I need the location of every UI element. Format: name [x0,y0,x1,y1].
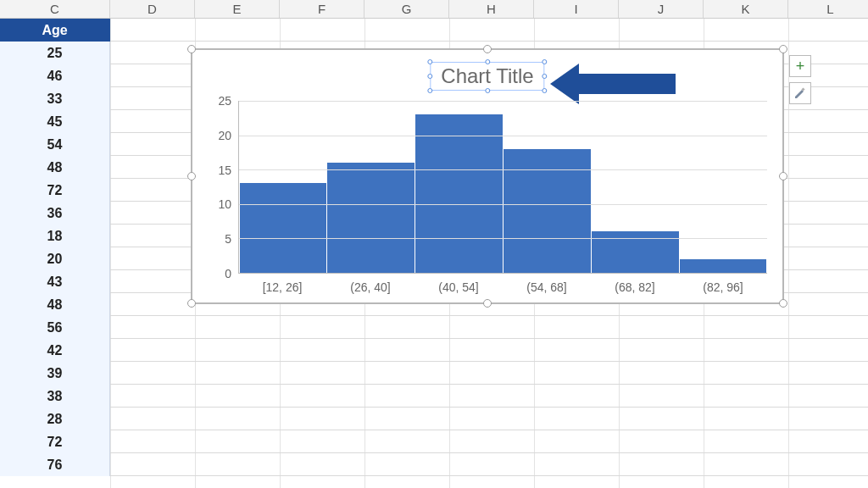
column-header-row: C D E F G H I J K L [0,0,868,19]
column-header-H[interactable]: H [449,0,534,18]
chart-title[interactable]: Chart Title [430,62,544,91]
column-header-K[interactable]: K [704,0,788,18]
column-header-D[interactable]: D [110,0,195,18]
data-cell[interactable]: 39 [0,362,110,385]
histogram-bar[interactable] [327,163,415,273]
column-header-I[interactable]: I [534,0,619,18]
title-handle[interactable] [427,74,432,79]
data-cell[interactable]: 33 [0,87,110,110]
histogram-bar[interactable] [240,183,327,273]
spreadsheet-grid[interactable]: Age2546334554487236182043485642393828727… [0,19,868,488]
y-tick-label: 25 [211,94,231,108]
column-header-C[interactable]: C [0,0,110,18]
histogram-bars[interactable] [239,101,767,273]
resize-handle[interactable] [779,299,787,308]
data-cell[interactable]: 25 [0,42,110,64]
title-handle[interactable] [485,88,490,93]
y-tick-label: 15 [211,164,231,177]
column-header-F[interactable]: F [280,0,364,18]
data-cell[interactable]: 45 [0,110,110,133]
data-cell[interactable]: 18 [0,225,110,247]
title-handle[interactable] [485,59,490,64]
x-tick-label: (68, 82] [591,280,679,294]
resize-handle[interactable] [483,299,492,308]
data-cell[interactable]: 48 [0,156,110,179]
y-tick-label: 5 [211,232,231,246]
data-cell[interactable]: 38 [0,385,110,408]
y-tick-label: 20 [211,129,231,142]
data-cell[interactable]: 56 [0,316,110,339]
data-cell[interactable]: 76 [0,453,110,476]
data-cell[interactable]: 54 [0,133,110,156]
column-header-E[interactable]: E [195,0,280,18]
chart-title-text[interactable]: Chart Title [441,64,533,87]
resize-handle[interactable] [779,45,787,53]
x-tick-label: (54, 68] [503,280,591,294]
title-handle[interactable] [427,88,432,93]
data-cell[interactable]: 20 [0,247,110,270]
x-tick-label: (82, 96] [679,280,767,294]
histogram-bar[interactable] [680,259,767,273]
data-cell[interactable]: 72 [0,179,110,202]
title-handle[interactable] [542,59,548,64]
column-header-G[interactable]: G [364,0,449,18]
data-cell[interactable]: 46 [0,64,110,87]
plot-inner [238,101,767,274]
x-tick-label: [12, 26] [238,280,326,294]
histogram-bar[interactable] [415,114,503,273]
y-tick-label: 0 [211,267,231,280]
plus-icon: + [796,58,805,75]
resize-handle[interactable] [187,299,196,308]
y-tick-label: 10 [211,197,231,211]
title-handle[interactable] [542,74,548,79]
resize-handle[interactable] [187,172,196,180]
data-cell[interactable]: 28 [0,408,110,430]
column-header-J[interactable]: J [619,0,704,18]
x-tick-label: (40, 54] [415,280,503,294]
x-axis-labels: [12, 26](26, 40](40, 54](54, 68](68, 82]… [238,280,767,294]
data-cell[interactable]: 36 [0,202,110,225]
column-header-L[interactable]: L [788,0,868,18]
data-cell[interactable]: 43 [0,270,110,293]
data-cell[interactable]: 42 [0,339,110,362]
plot-area[interactable]: 0510152025 [214,101,767,274]
chart-styles-button[interactable] [789,82,811,104]
resize-handle[interactable] [187,45,196,53]
callout-arrow [550,64,677,104]
title-handle[interactable] [427,59,432,64]
resize-handle[interactable] [779,172,787,180]
data-cell[interactable]: 48 [0,293,110,316]
title-handle[interactable] [542,88,548,93]
chart-object[interactable]: Chart Title 0510152025 [12, 26](26, 40](… [191,48,784,304]
data-cell[interactable]: 72 [0,430,110,453]
chart-elements-button[interactable]: + [789,55,811,77]
x-tick-label: (26, 40] [326,280,415,294]
data-header-cell[interactable]: Age [0,19,110,42]
histogram-bar[interactable] [504,149,591,273]
resize-handle[interactable] [483,45,492,53]
brush-icon [793,86,807,100]
